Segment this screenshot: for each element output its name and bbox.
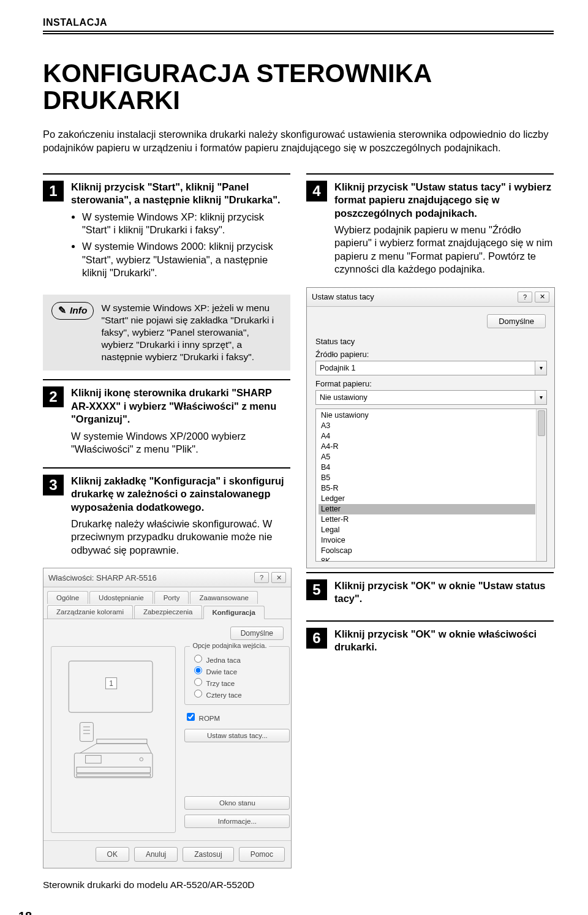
step-6-title: Kliknij przycisk "OK" w oknie właściwośc… (334, 628, 554, 654)
ok-button[interactable]: OK (96, 847, 129, 862)
svg-text:1: 1 (109, 680, 113, 688)
tray-radio[interactable]: Trzy tace (191, 680, 235, 687)
step-4-title: Kliknij przycisk "Ustaw status tacy" i w… (334, 181, 554, 220)
tray-radio[interactable]: Cztery tace (191, 691, 241, 699)
step-number: 4 (306, 181, 327, 201)
rule-top-b (43, 33, 554, 34)
tab-porty[interactable]: Porty (154, 591, 189, 604)
breadcrumb: INSTALACJA (43, 17, 554, 28)
close-icon[interactable]: ✕ (271, 572, 286, 583)
format-listbox[interactable]: Nie ustawionyA3A4A4-RA5B4B5B5-RLedgerLet… (315, 409, 547, 562)
format-option[interactable]: Nie ustawiony (318, 410, 535, 421)
tray-status-dialog: Ustaw status tacy ? ✕ Domyślne Status ta… (306, 287, 555, 568)
scrollbar[interactable] (536, 409, 546, 561)
step-5-title: Kliknij przycisk "OK" w oknie "Ustaw sta… (334, 579, 554, 606)
step-6: 6 Kliknij przycisk "OK" w oknie właściwo… (306, 620, 554, 658)
info-text: W systemie Windows XP: jeżeli w menu "St… (101, 302, 282, 364)
step-number: 1 (43, 181, 64, 201)
defaults-button[interactable]: Domyślne (487, 314, 546, 328)
step-number: 5 (306, 579, 327, 600)
dialog-footer: OKAnulujZastosujPomoc (43, 840, 291, 868)
zastosuj-button[interactable]: Zastosuj (183, 847, 233, 862)
tray-radio[interactable]: Dwie tace (191, 668, 237, 676)
tray-radio[interactable]: Jedna taca (191, 657, 240, 664)
source-label: Źródło papieru: (315, 350, 546, 359)
ropm-checkbox[interactable]: ROPM (184, 715, 220, 722)
rule-top-a (43, 31, 554, 32)
properties-tabs: OgólneUdostępnianiePortyZaawansowane Zar… (43, 587, 291, 619)
step-2-sub: W systemie Windows XP/2000 wybierz "Właś… (71, 430, 290, 456)
tab-udost-pnianie[interactable]: Udostępnianie (89, 591, 153, 604)
step-3-title: Kliknij zakładkę "Konfiguracja" i skonfi… (71, 475, 290, 514)
pomoc-button[interactable]: Pomoc (239, 847, 285, 862)
tab-zarz-dzanie-kolorami[interactable]: Zarządzanie kolorami (47, 605, 133, 619)
defaults-button[interactable]: Domyślne (230, 627, 284, 640)
format-option[interactable]: A4-R (318, 442, 535, 452)
step-3: 3 Kliknij zakładkę "Konfiguracja" i skon… (43, 467, 290, 557)
format-option[interactable]: B5 (318, 473, 535, 483)
intro-paragraph: Po zakończeniu instalacji sterownika dru… (43, 127, 554, 155)
format-option[interactable]: Letter-R (318, 514, 535, 525)
format-value: Nie ustawiony (316, 393, 535, 402)
info-label: Info (70, 304, 87, 317)
pencil-icon: ✎ (58, 304, 66, 317)
format-option[interactable]: Letter (318, 504, 535, 514)
format-option[interactable]: Legal (318, 525, 535, 535)
format-option[interactable]: A4 (318, 431, 535, 442)
format-option[interactable]: Invoice (318, 535, 535, 546)
status-label: Status tacy (315, 337, 546, 346)
svg-point-12 (140, 758, 143, 761)
set-tray-status-button[interactable]: Ustaw status tacy... (184, 729, 290, 742)
step-2-title: Kliknij ikonę sterownika drukarki "SHARP… (71, 386, 290, 426)
tab-zaawansowane[interactable]: Zaawansowane (190, 591, 258, 604)
svg-rect-10 (97, 739, 147, 744)
source-value: Podajnik 1 (316, 364, 535, 372)
step-number: 3 (43, 475, 64, 495)
step-3-sub: Drukarkę należy właściwie skonfigurować.… (71, 518, 290, 557)
tray-dialog-title: Ustaw status tacy (312, 292, 374, 301)
format-option[interactable]: B4 (318, 462, 535, 473)
step-5: 5 Kliknij przycisk "OK" w oknie "Ustaw s… (306, 572, 554, 609)
page-number: 18 (18, 909, 32, 915)
format-option[interactable]: B5-R (318, 483, 535, 494)
chevron-down-icon[interactable]: ▾ (535, 391, 546, 404)
step-1-title: Kliknij przycisk "Start", kliknij "Panel… (71, 181, 290, 207)
anuluj-button[interactable]: Anuluj (134, 847, 178, 862)
format-option[interactable]: Ledger (318, 494, 535, 504)
format-option[interactable]: Foolscap (318, 546, 535, 556)
tab-og-lne[interactable]: Ogólne (47, 591, 88, 604)
step-4-sub: Wybierz podajnik papieru w menu "Źródło … (334, 224, 554, 276)
svg-rect-3 (80, 723, 93, 742)
format-option[interactable]: A5 (318, 452, 535, 462)
step-1: 1 Kliknij przycisk "Start", kliknij "Pan… (43, 173, 290, 284)
close-icon[interactable]: ✕ (535, 292, 549, 303)
step-number: 2 (43, 386, 64, 407)
printer-diagram-icon: 1 (58, 655, 169, 784)
help-icon[interactable]: ? (254, 572, 269, 583)
page-title: KONFIGURACJA STEROWNIKA DRUKARKI (43, 60, 554, 114)
tray-options-group: Opcje podajnika wejścia. Jedna taca Dwie… (184, 646, 290, 705)
source-select[interactable]: Podajnik 1 ▾ (315, 361, 547, 375)
format-option[interactable]: 8K (318, 556, 535, 562)
tab-zabezpieczenia[interactable]: Zabezpieczenia (134, 605, 202, 619)
tab-konfiguracja[interactable]: Konfiguracja (203, 606, 265, 619)
step-1-bullet-2: W systemie Windows 2000: kliknij przycis… (82, 240, 290, 279)
tray-options-legend: Opcje podajnika wejścia. (190, 642, 269, 649)
info-box: ✎ Info W systemie Windows XP: jeżeli w m… (43, 295, 290, 371)
info-button[interactable]: Informacje... (184, 815, 290, 828)
info-badge: ✎ Info (51, 302, 94, 320)
chevron-down-icon[interactable]: ▾ (535, 361, 546, 375)
figure-caption: Sterownik drukarki do modelu AR-5520/AR-… (43, 879, 290, 891)
svg-rect-11 (86, 756, 102, 764)
format-select[interactable]: Nie ustawiony ▾ (315, 390, 547, 405)
help-icon[interactable]: ? (518, 292, 532, 303)
step-1-bullet-1: W systemie Windows XP: kliknij przycisk … (82, 211, 290, 237)
step-number: 6 (306, 628, 327, 649)
format-label: Format papieru: (315, 379, 546, 388)
svg-rect-8 (77, 767, 150, 773)
printer-preview: 1 (51, 646, 176, 833)
properties-title: Właściwości: SHARP AR-5516 (48, 573, 157, 582)
format-option[interactable]: A3 (318, 421, 535, 431)
status-window-button[interactable]: Okno stanu (184, 796, 290, 810)
properties-dialog: Właściwości: SHARP AR-5516 ? ✕ OgólneUdo… (43, 568, 292, 868)
